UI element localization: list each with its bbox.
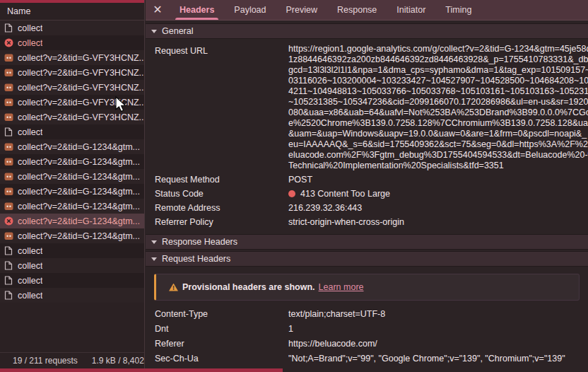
warning-icon: ! xyxy=(169,284,178,291)
request-row[interactable]: collect?v=2&tid=G-VFY3HCNZ... xyxy=(0,50,144,65)
header-value: 413 Content Too Large xyxy=(288,187,588,201)
header-value: "Not;A=Brand";v="99", "Google Chrome";v=… xyxy=(288,351,588,366)
request-name: collect?v=2&tid=G-1234&gtm... xyxy=(18,142,140,152)
network-request-list: Name collectcollectcollect?v=2&tid=G-VFY… xyxy=(0,0,145,372)
data-icon xyxy=(4,187,13,196)
document-icon xyxy=(4,23,13,33)
request-row[interactable]: collect?v=2&tid=G-VFY3HCNZ... xyxy=(0,110,144,124)
request-header-rows: Content-Typetext/plain;charset=UTF-8Dnt1… xyxy=(146,307,588,366)
request-row[interactable]: collect xyxy=(0,21,144,35)
request-row[interactable]: collect?v=2&tid=G-1234&gtm... xyxy=(0,214,144,228)
header-value: https://beluacode.com/ xyxy=(288,337,588,351)
request-row[interactable]: collect xyxy=(0,273,144,288)
request-name: collect?v=2&tid=G-VFY3HCNZ... xyxy=(18,112,144,122)
header-name: Referer xyxy=(155,337,288,351)
request-row[interactable]: collect?v=2&tid=G-1234&gtm... xyxy=(0,139,144,154)
header-row: Request URLhttps://region1.google-analyt… xyxy=(155,44,588,171)
requests-count: 19 / 211 requests xyxy=(13,356,78,366)
request-name: collect xyxy=(18,23,42,33)
header-name: Sec-Ch-Ua xyxy=(155,351,288,366)
transferred-size: 1.9 kB / 8,402 kB xyxy=(92,356,144,366)
header-value: 1 xyxy=(288,322,588,337)
request-name: collect?v=2&tid=G-VFY3HCNZ... xyxy=(18,53,144,63)
request-name: collect?v=2&tid=G-VFY3HCNZ... xyxy=(18,68,144,78)
request-row[interactable]: collect xyxy=(0,124,144,139)
request-name: collect xyxy=(18,291,42,301)
tab-initiator[interactable]: Initiator xyxy=(387,0,435,20)
section-request-headers[interactable]: Request Headers xyxy=(146,251,588,267)
data-icon xyxy=(4,231,13,240)
warning-text: Provisional headers are shown. xyxy=(182,282,315,292)
document-icon xyxy=(4,276,13,285)
document-icon xyxy=(4,246,13,255)
header-row: Remote Address216.239.32.36:443 xyxy=(155,201,588,215)
request-row[interactable]: collect?v=2&tid=G-1234&gtm... xyxy=(0,199,144,214)
header-name: Content-Type xyxy=(155,307,288,322)
request-row[interactable]: collect?v=2&tid=G-1234&gtm... xyxy=(0,228,144,243)
tab-timing[interactable]: Timing xyxy=(435,0,481,20)
request-row[interactable]: collect?v=2&tid=G-1234&gtm... xyxy=(0,184,144,199)
details-tabbar: ✕ HeadersPayloadPreviewResponseInitiator… xyxy=(146,0,588,21)
header-name: Status Code xyxy=(155,187,288,201)
document-icon xyxy=(4,261,13,270)
document-icon xyxy=(4,127,13,136)
request-name: collect xyxy=(18,38,42,48)
request-row[interactable]: collect xyxy=(0,243,144,258)
request-name: collect?v=2&tid=G-1234&gtm... xyxy=(18,202,140,211)
request-name: collect?v=2&tid=G-1234&gtm... xyxy=(18,157,140,167)
bottom-accent-strip xyxy=(0,368,283,372)
header-name: Request URL xyxy=(155,44,288,58)
data-icon xyxy=(4,112,13,122)
header-row: Referrer Policystrict-origin-when-cross-… xyxy=(155,215,588,229)
section-general-title: General xyxy=(162,24,193,39)
header-name: Referrer Policy xyxy=(155,215,288,229)
data-icon xyxy=(4,68,13,77)
request-row[interactable]: collect?v=2&tid=G-1234&gtm... xyxy=(0,154,144,169)
request-row[interactable]: collect xyxy=(0,35,144,50)
tab-preview[interactable]: Preview xyxy=(276,0,327,20)
data-icon xyxy=(4,142,13,151)
name-column-label: Name xyxy=(7,6,30,16)
section-response-headers-title: Response Headers xyxy=(162,235,237,250)
data-icon xyxy=(4,98,13,107)
request-name: collect xyxy=(18,276,42,286)
request-row[interactable]: collect?v=2&tid=G-VFY3HCNZ... xyxy=(0,95,144,110)
header-row: Request MethodPOST xyxy=(155,173,588,187)
learn-more-link[interactable]: Learn more xyxy=(319,282,364,292)
header-row: Content-Typetext/plain;charset=UTF-8 xyxy=(155,307,588,322)
header-row: Status Code413 Content Too Large xyxy=(155,187,588,201)
tab-headers[interactable]: Headers xyxy=(170,0,224,20)
status-bar: 19 / 211 requests 1.9 kB / 8,402 kB xyxy=(0,352,144,368)
error-icon xyxy=(4,216,13,226)
header-value: POST xyxy=(288,173,588,187)
headers-content: General Request URLhttps://region1.googl… xyxy=(146,21,588,372)
header-value: text/plain;charset=UTF-8 xyxy=(288,307,588,322)
header-value: strict-origin-when-cross-origin xyxy=(288,215,588,229)
data-icon xyxy=(4,83,13,92)
request-name: collect xyxy=(18,127,42,137)
request-name: collect?v=2&tid=G-VFY3HCNZ... xyxy=(18,83,144,93)
request-row[interactable]: collect?v=2&tid=G-VFY3HCNZ... xyxy=(0,65,144,80)
request-row[interactable]: collect?v=2&tid=G-VFY3HCNZ... xyxy=(0,80,144,95)
data-icon xyxy=(4,202,13,211)
close-icon[interactable]: ✕ xyxy=(146,0,170,20)
request-rows: collectcollectcollect?v=2&tid=G-VFY3HCNZ… xyxy=(0,21,144,352)
tab-payload[interactable]: Payload xyxy=(224,0,276,20)
data-icon xyxy=(4,172,13,181)
tab-response[interactable]: Response xyxy=(327,0,387,20)
request-name: collect?v=2&tid=G-VFY3HCNZ... xyxy=(18,98,144,107)
request-name: collect?v=2&tid=G-1234&gtm... xyxy=(18,216,140,226)
request-row[interactable]: collect xyxy=(0,258,144,273)
name-column-header[interactable]: Name xyxy=(0,3,144,21)
section-response-headers[interactable]: Response Headers xyxy=(146,234,588,250)
header-row: Sec-Ch-Ua"Not;A=Brand";v="99", "Google C… xyxy=(155,351,588,366)
request-row[interactable]: collect?v=2&tid=G-1234&gtm... xyxy=(0,169,144,184)
section-general[interactable]: General xyxy=(146,23,588,39)
status-code-error-dot xyxy=(288,190,295,197)
top-accent-strip xyxy=(0,0,145,3)
tabs: HeadersPayloadPreviewResponseInitiatorTi… xyxy=(170,0,481,20)
request-name: collect xyxy=(18,246,42,256)
request-row[interactable]: collect xyxy=(0,288,144,303)
chevron-down-icon xyxy=(151,240,157,244)
header-name: Request Method xyxy=(155,173,288,187)
